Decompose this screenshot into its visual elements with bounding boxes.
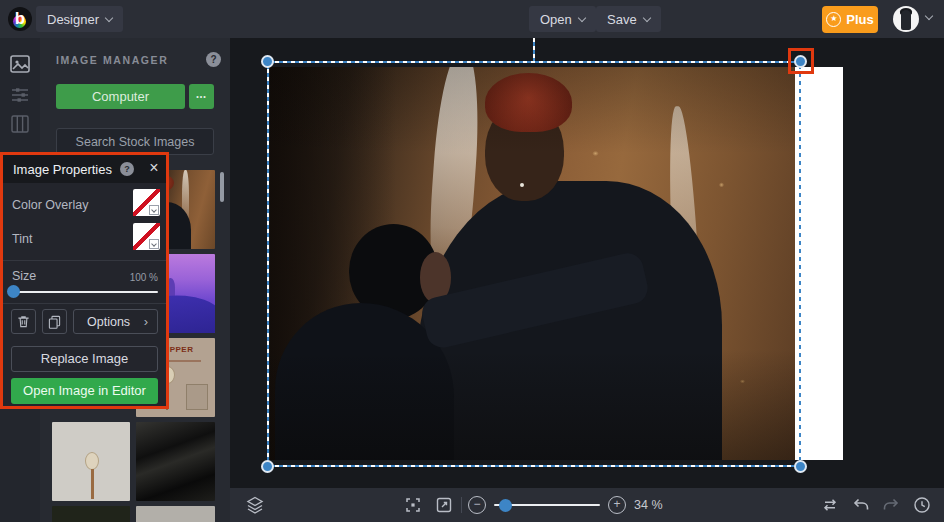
layers-icon	[245, 495, 265, 515]
history-clock-icon	[912, 495, 932, 515]
logo-letter: b	[8, 7, 32, 31]
canvas-workspace[interactable]	[230, 38, 944, 488]
account-avatar[interactable]	[893, 6, 919, 32]
open-menu-button[interactable]: Open	[529, 6, 596, 32]
thumbnail-dark-dunes[interactable]	[136, 422, 215, 501]
zoom-out-button[interactable]: −	[468, 496, 486, 514]
thumbnail-dark-grass[interactable]	[52, 506, 130, 522]
thumbnail-spoon-gray[interactable]	[52, 422, 130, 501]
chevron-down-icon	[151, 207, 157, 213]
duplicate-icon	[46, 313, 63, 330]
designer-menu-label: Designer	[47, 12, 99, 27]
selection-border-right[interactable]	[799, 61, 801, 467]
account-chevron-down-icon[interactable]	[925, 12, 933, 20]
trash-icon	[15, 313, 32, 330]
layers-button[interactable]	[245, 495, 265, 515]
delete-image-button[interactable]	[11, 309, 36, 334]
star-icon: ★	[826, 12, 841, 27]
sliders-icon	[8, 82, 32, 106]
befunky-logo[interactable]: b	[8, 7, 32, 31]
size-label: Size	[12, 269, 36, 283]
thumbnail-scrollbar[interactable]	[220, 172, 224, 202]
tint-label: Tint	[12, 232, 32, 246]
image-icon	[8, 52, 32, 76]
stock-image-search-input[interactable]	[56, 128, 214, 155]
thumb-card	[186, 384, 208, 410]
resize-handle-top-left[interactable]	[261, 55, 274, 68]
plus-label: Plus	[846, 12, 873, 27]
divider	[3, 260, 166, 261]
more-dots-icon: •••	[196, 93, 206, 100]
thumb-spoon-head	[85, 452, 99, 470]
selection-border-left[interactable]	[267, 61, 269, 467]
image-properties-title: Image Properties	[13, 162, 112, 177]
chevron-down-icon	[105, 13, 113, 21]
close-panel-button[interactable]: ×	[145, 159, 163, 177]
selection-border-top[interactable]	[267, 61, 801, 63]
swatch-dropdown[interactable]	[149, 239, 159, 249]
computer-upload-button[interactable]: Computer	[56, 84, 185, 109]
replace-image-button[interactable]: Replace Image	[11, 346, 158, 372]
chevron-down-icon	[151, 241, 157, 247]
top-bar: b Designer Open Save ★ Plus	[0, 0, 944, 38]
chevron-right-icon: ›	[144, 314, 148, 329]
save-menu-label: Save	[607, 12, 637, 27]
swatch-dropdown[interactable]	[149, 205, 159, 215]
resize-canvas-button[interactable]	[434, 495, 454, 515]
photo-women-hugging[interactable]	[270, 67, 795, 460]
image-properties-panel: Image Properties ? × Color Overlay Tint …	[0, 152, 169, 409]
duplicate-image-button[interactable]	[42, 309, 67, 334]
fit-screen-icon	[403, 495, 423, 515]
size-value: 100 %	[130, 272, 158, 283]
columns-icon	[8, 112, 32, 136]
upload-sources-more-button[interactable]: •••	[189, 84, 214, 109]
swap-arrows-icon	[820, 495, 840, 515]
chevron-down-icon	[642, 13, 650, 21]
open-menu-label: Open	[540, 12, 572, 27]
color-overlay-swatch[interactable]	[133, 189, 160, 216]
bottom-toolbar: − + 34 %	[230, 488, 944, 522]
thumbnail-light-gray[interactable]	[136, 506, 215, 522]
photo-vignette	[270, 67, 795, 460]
image-manager-tab[interactable]	[8, 52, 32, 76]
plus-icon: +	[613, 497, 620, 511]
size-slider-track[interactable]	[11, 291, 158, 293]
design-page	[270, 67, 843, 460]
tint-swatch[interactable]	[133, 223, 160, 250]
open-image-in-editor-button[interactable]: Open Image in Editor	[11, 378, 158, 404]
save-menu-button[interactable]: Save	[596, 6, 661, 32]
undo-button[interactable]	[851, 495, 871, 515]
zoom-in-button[interactable]: +	[608, 496, 626, 514]
adjustments-tab[interactable]	[8, 82, 32, 106]
options-label: Options	[87, 315, 130, 329]
zoom-percentage: 34 %	[634, 498, 663, 512]
layouts-tab[interactable]	[8, 112, 32, 136]
open-external-icon	[434, 495, 454, 515]
image-manager-help-button[interactable]: ?	[206, 52, 221, 67]
close-icon: ×	[149, 159, 158, 176]
divider	[3, 303, 166, 304]
divider	[461, 497, 462, 513]
question-icon: ?	[124, 164, 130, 174]
color-overlay-label: Color Overlay	[12, 198, 88, 212]
selection-border-bottom[interactable]	[267, 465, 801, 467]
resize-handle-bottom-right[interactable]	[794, 460, 807, 473]
history-button[interactable]	[912, 495, 932, 515]
undo-icon	[851, 495, 871, 515]
plus-upgrade-button[interactable]: ★ Plus	[822, 6, 878, 33]
image-properties-help-button[interactable]: ?	[120, 162, 134, 176]
options-button[interactable]: Options ›	[73, 309, 158, 334]
size-slider-thumb[interactable]	[7, 285, 20, 298]
image-properties-header: Image Properties	[3, 155, 166, 183]
resize-handle-bottom-left[interactable]	[261, 460, 274, 473]
zoom-slider-thumb[interactable]	[499, 499, 512, 512]
designer-menu-button[interactable]: Designer	[36, 6, 123, 32]
rotate-handle-stem	[533, 38, 535, 61]
redo-button[interactable]	[881, 495, 901, 515]
red-annotation-box	[788, 48, 814, 74]
redo-icon	[881, 495, 901, 515]
minus-icon: −	[473, 497, 480, 511]
switch-template-button[interactable]	[820, 495, 840, 515]
fit-to-screen-button[interactable]	[403, 495, 423, 515]
question-icon: ?	[210, 54, 216, 65]
